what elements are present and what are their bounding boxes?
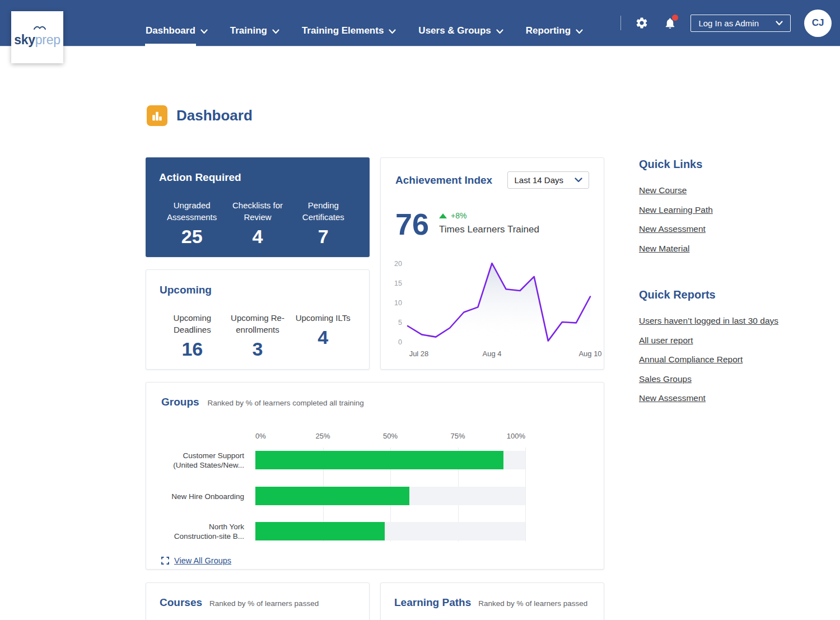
- stat-label: Upcoming Deadlines: [160, 312, 225, 335]
- quick-reports-title: Quick Reports: [639, 288, 835, 301]
- notification-badge: [672, 15, 678, 21]
- nav-item-training-elements[interactable]: Training Elements: [302, 25, 396, 36]
- stat-label: Upcoming Re-enrollments: [225, 312, 291, 335]
- group-bar: [255, 451, 503, 469]
- chevron-down-icon: [496, 29, 503, 34]
- stat-label: Pending Certificates: [291, 199, 356, 223]
- logo-text-light: prep: [35, 32, 60, 47]
- stat-value: 4: [290, 327, 356, 348]
- stat-value: 4: [225, 226, 290, 248]
- learning-paths-card: Learning Paths Ranked by % of learners p…: [380, 582, 604, 620]
- link-users-haven-t-logged-in-last-30-days[interactable]: Users haven’t logged in last 30 days: [639, 316, 835, 326]
- axis-label: 0%: [255, 432, 266, 440]
- notifications-bell-icon[interactable]: [662, 16, 677, 30]
- expand-icon: [161, 557, 169, 565]
- stat-label: Checklists for Review: [225, 199, 290, 223]
- achievement-index-card: Achievement Index Last 14 Days 76 +8% Ti…: [380, 157, 604, 370]
- link-annual-compliance-report[interactable]: Annual Compliance Report: [639, 355, 835, 365]
- groups-bar-chart: 0%25%50%75%100%Customer Support(United S…: [161, 432, 589, 547]
- achievement-delta: +8%: [451, 211, 466, 220]
- link-new-course[interactable]: New Course: [639, 185, 835, 195]
- achievement-line-chart: 20151050Jul 28Aug 4Aug 10: [381, 252, 605, 364]
- achievement-caption: Times Learners Trained: [439, 224, 539, 235]
- action-required-stats: Ungraded Assessments25Checklists for Rev…: [159, 199, 356, 248]
- group-bar-track: [255, 522, 525, 540]
- nav-item-dashboard[interactable]: Dashboard: [146, 25, 208, 36]
- stat-ungraded-assessments: Ungraded Assessments25: [159, 199, 225, 248]
- stat-checklists-for-review: Checklists for Review4: [225, 199, 290, 248]
- link-new-learning-path[interactable]: New Learning Path: [639, 205, 835, 215]
- chevron-down-icon: [776, 21, 783, 26]
- quick-reports-list: Users haven’t logged in last 30 daysAll …: [639, 316, 835, 403]
- courses-card: Courses Ranked by % of learners passed: [146, 582, 370, 620]
- stat-upcoming-deadlines: Upcoming Deadlines16: [160, 312, 225, 360]
- courses-title: Courses: [160, 596, 202, 609]
- stat-value: 3: [225, 338, 291, 360]
- svg-text:15: 15: [394, 279, 402, 287]
- right-sidebar: Quick Links New CourseNew Learning PathN…: [639, 158, 835, 413]
- user-avatar[interactable]: CJ: [804, 10, 832, 37]
- navbar-right-cluster: Log In as Admin CJ: [620, 0, 840, 46]
- skyprep-dashboard-page: skyprep DashboardTrainingTraining Elemen…: [0, 0, 840, 620]
- svg-text:10: 10: [394, 299, 402, 307]
- nav-item-users-groups[interactable]: Users & Groups: [418, 25, 503, 36]
- group-bar: [255, 522, 385, 540]
- page-title-row: Dashboard: [147, 105, 253, 126]
- group-bar-label: New Hire Onboarding: [161, 491, 244, 501]
- link-new-assessment[interactable]: New Assessment: [639, 224, 835, 234]
- stat-value: 16: [160, 338, 225, 360]
- bird-icon: [33, 25, 46, 30]
- upcoming-card: Upcoming Upcoming Deadlines16Upcoming Re…: [146, 269, 370, 370]
- svg-text:Aug 4: Aug 4: [483, 349, 502, 358]
- svg-text:Jul 28: Jul 28: [409, 349, 429, 358]
- axis-label: 75%: [450, 432, 465, 440]
- groups-title: Groups: [161, 396, 199, 408]
- quick-links-title: Quick Links: [639, 158, 835, 171]
- achievement-index-title: Achievement Index: [395, 174, 492, 187]
- link-new-material[interactable]: New Material: [639, 244, 835, 254]
- stat-upcoming-re-enrollments: Upcoming Re-enrollments3: [225, 312, 291, 360]
- skyprep-logo[interactable]: skyprep: [11, 11, 63, 63]
- stat-upcoming-ilts: Upcoming ILTs4: [290, 312, 356, 360]
- quick-links-list: New CourseNew Learning PathNew Assessmen…: [639, 185, 835, 254]
- group-bar-track: [255, 487, 525, 505]
- learning-paths-title: Learning Paths: [394, 596, 471, 609]
- stat-pending-certificates: Pending Certificates7: [291, 199, 356, 248]
- action-required-title: Action Required: [159, 171, 356, 184]
- upcoming-stats: Upcoming Deadlines16Upcoming Re-enrollme…: [160, 312, 356, 360]
- stat-label: Ungraded Assessments: [159, 199, 225, 223]
- log-in-as-admin-button[interactable]: Log In as Admin: [690, 15, 791, 32]
- axis-label: 50%: [383, 432, 398, 440]
- main-nav: DashboardTrainingTraining ElementsUsers …: [146, 25, 583, 46]
- settings-gear-icon[interactable]: [634, 16, 649, 30]
- group-bar-track: [255, 451, 525, 469]
- group-bar-label: Customer Support(United States/New...: [161, 451, 244, 470]
- chevron-down-icon: [389, 29, 396, 34]
- chevron-down-icon: [575, 178, 582, 183]
- link-new-assessment[interactable]: New Assessment: [639, 393, 835, 403]
- achievement-value: 76: [395, 210, 429, 238]
- chevron-down-icon: [576, 29, 583, 34]
- chevron-down-icon: [200, 29, 208, 34]
- upcoming-title: Upcoming: [160, 284, 356, 296]
- group-bar-label: North YorkConstruction-site B...: [161, 522, 244, 541]
- link-sales-groups[interactable]: Sales Groups: [639, 374, 835, 384]
- gridline: [525, 447, 526, 542]
- action-required-card: Action Required Ungraded Assessments25Ch…: [146, 157, 370, 257]
- dashboard-chart-icon: [147, 105, 167, 126]
- nav-item-training[interactable]: Training: [230, 25, 279, 36]
- trend-up-icon: [439, 213, 447, 218]
- navbar-divider: [620, 16, 621, 30]
- date-range-dropdown[interactable]: Last 14 Days: [507, 171, 589, 189]
- groups-card: Groups Ranked by % of learners completed…: [146, 382, 604, 570]
- stat-label: Upcoming ILTs: [290, 312, 356, 324]
- chevron-down-icon: [272, 29, 279, 34]
- link-all-user-report[interactable]: All user report: [639, 335, 835, 346]
- axis-label: 25%: [315, 432, 330, 440]
- learning-paths-subtitle: Ranked by % of learners passed: [478, 599, 587, 608]
- stat-value: 7: [291, 226, 356, 248]
- view-all-groups-link[interactable]: View All Groups: [161, 556, 231, 565]
- stat-value: 25: [159, 226, 225, 248]
- svg-text:20: 20: [394, 260, 402, 268]
- nav-item-reporting[interactable]: Reporting: [526, 25, 583, 36]
